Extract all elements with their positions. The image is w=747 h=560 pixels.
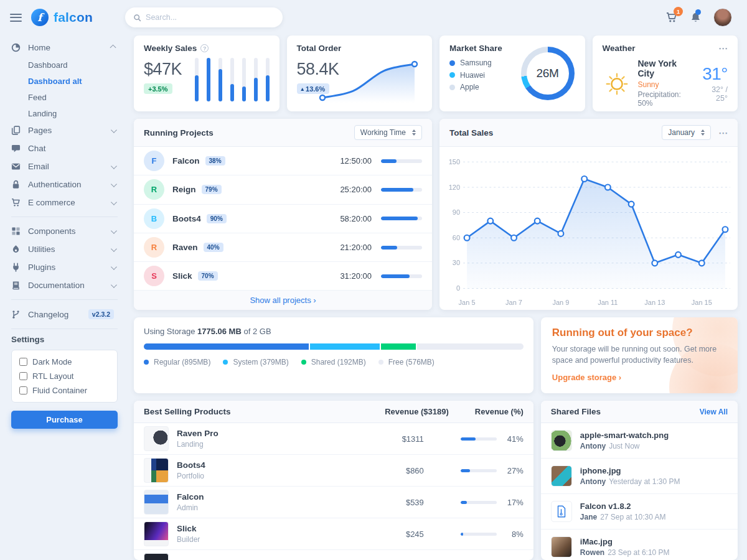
project-avatar: R (144, 237, 164, 258)
shared-file-row[interactable]: iMac.jpg Rowen23 Sep at 6:10 PM (541, 530, 738, 560)
legend-dot (378, 360, 383, 365)
weather-precipitation: Precipitation: 50% (638, 90, 693, 108)
legend-item: Regular (895MB) (144, 358, 210, 366)
sidebar-item-changelog[interactable]: Changelogv2.3.2 (11, 305, 118, 324)
month-select[interactable]: January (662, 125, 711, 140)
storage-used: 1775.06 MB (197, 327, 242, 336)
shared-file-row[interactable]: iphone.jpg AntonyYesterday at 1:30 PM (541, 459, 738, 494)
project-avatar: B (144, 208, 164, 229)
project-row[interactable]: R Reign 79% 25:20:00 (134, 175, 432, 204)
settings-panel: Dark Mode RTL Layout Fluid Container (11, 350, 118, 403)
sidebar-item-e-commerce[interactable]: E commerce (11, 194, 118, 212)
sidebar-item-components[interactable]: Components (11, 222, 118, 240)
total-sales-menu-icon[interactable]: ⋯ (718, 128, 728, 138)
rtl-layout-checkbox[interactable] (19, 372, 27, 380)
sidebar-item-pages[interactable]: Pages (11, 121, 118, 139)
sidebar-item-feed[interactable]: Feed (11, 89, 118, 105)
sidebar-item-label: Email (28, 162, 105, 171)
product-category: Admin (177, 503, 355, 512)
sidebar-item-dashboard[interactable]: Dashboard (11, 57, 118, 73)
weather-title: Weather (603, 44, 636, 53)
bar (207, 58, 210, 101)
running-projects-card: Running Projects Working Time F Falcon 3… (134, 119, 432, 310)
working-time-select[interactable]: Working Time (354, 125, 422, 140)
caret-up-icon: ▴ (301, 86, 304, 92)
svg-text:Jan 9: Jan 9 (552, 299, 569, 306)
svg-text:120: 120 (449, 183, 460, 190)
project-row[interactable]: F Falcon 38% 12:50:00 (134, 147, 432, 175)
bar-track (230, 58, 234, 101)
product-row[interactable]: Boots4 Portfolio $860 27% (134, 455, 533, 487)
sidebar-item-documentation[interactable]: Documentation (11, 276, 118, 294)
project-avatar: F (144, 151, 164, 171)
dark-mode-checkbox[interactable] (19, 358, 27, 366)
sidebar-item-dashboard-alt[interactable]: Dashboard alt (11, 73, 118, 89)
upgrade-description: Your storage will be running out soon. G… (552, 343, 721, 366)
sort-icon (701, 129, 705, 136)
weekly-sales-card: Weekly Sales? $47K +3.5% (134, 35, 280, 111)
upgrade-storage-link[interactable]: Upgrade storage › (552, 373, 621, 382)
project-row[interactable]: S Slick 70% 31:20:00 (134, 262, 432, 291)
sidebar-item-authentication[interactable]: Authentication (11, 175, 118, 194)
file-name: Falcon v1.8.2 (580, 502, 666, 511)
product-revenue: $245 (355, 530, 424, 539)
sidebar-item-label: Pages (28, 126, 105, 135)
product-thumbnail (144, 426, 169, 451)
revenue-pct-column-header: Revenue (%) (449, 407, 524, 416)
search-input[interactable] (146, 13, 275, 22)
svg-text:Jan 11: Jan 11 (598, 299, 618, 306)
hamburger-menu-icon[interactable] (10, 14, 22, 22)
notifications-button[interactable] (690, 12, 702, 24)
dark-mode-option[interactable]: Dark Mode (19, 357, 110, 366)
sidebar-item-chat[interactable]: Chat (11, 139, 118, 157)
storage-label: Using Storage (144, 327, 195, 336)
sidebar-item-email[interactable]: Email (11, 157, 118, 175)
branch-icon (11, 310, 21, 319)
weather-menu-icon[interactable]: ⋯ (718, 44, 728, 53)
purchase-button[interactable]: Purchase (11, 411, 118, 429)
sidebar-item-landing[interactable]: Landing (11, 105, 118, 121)
sidebar-item-home[interactable]: Home (11, 39, 118, 57)
project-row[interactable]: R Raven 40% 21:20:00 (134, 233, 432, 262)
storage-segment (310, 343, 380, 350)
revenue-progress-bar (461, 469, 497, 472)
lock-icon (11, 180, 21, 189)
legend-dot (301, 360, 306, 365)
project-percent-badge: 40% (204, 243, 223, 252)
show-all-projects-link[interactable]: Show all projects › (134, 291, 432, 310)
sidebar-item-plugins[interactable]: Plugins (11, 258, 118, 276)
legend-label: Apple (460, 83, 479, 91)
notification-dot-badge (695, 9, 701, 15)
legend-label: Samsung (460, 58, 492, 67)
product-row[interactable] (134, 550, 533, 560)
shared-file-row[interactable]: apple-smart-watch.png AntonyJust Now (541, 423, 738, 459)
sidebar-item-utilities[interactable]: Utilities (11, 240, 118, 258)
legend-label: Free (576MB) (388, 358, 435, 366)
fluid-container-option[interactable]: Fluid Container (19, 386, 110, 395)
project-row[interactable]: B Boots4 90% 58:20:00 (134, 205, 432, 233)
help-icon[interactable]: ? (200, 44, 209, 52)
product-category: Portfolio (177, 472, 355, 480)
cart-button[interactable]: 1 (665, 11, 678, 24)
pie-chart-icon (11, 43, 21, 52)
shared-file-row[interactable]: Falcon v1.8.2 Jane27 Sep at 10:30 AM (541, 494, 738, 530)
user-avatar[interactable] (713, 8, 732, 27)
brand-logo[interactable]: f falcon (31, 9, 93, 26)
best-selling-title: Best Selling Products (144, 407, 355, 416)
product-row[interactable]: Slick Builder $245 8% (134, 518, 533, 550)
search-bar[interactable] (125, 7, 283, 27)
rtl-layout-option[interactable]: RTL Layout (19, 371, 110, 381)
file-icon (555, 505, 568, 518)
product-row[interactable]: Falcon Admin $539 17% (134, 487, 533, 518)
sidebar-item-label: Documentation (28, 281, 105, 290)
utilities-icon (11, 245, 21, 254)
product-row[interactable]: Raven Pro Landing $1311 41% (134, 423, 533, 455)
svg-text:Jan 7: Jan 7 (505, 299, 522, 306)
storage-card: Using Storage 1775.06 MB of 2 GB Regular… (134, 317, 533, 393)
components-icon (11, 226, 21, 236)
sidebar-item-label: Changelog (28, 310, 82, 319)
fluid-container-checkbox[interactable] (19, 386, 27, 394)
sidebar: HomeDashboardDashboard altFeedLandingPag… (0, 35, 129, 560)
view-all-link[interactable]: View All (700, 408, 728, 416)
chevron-down-icon (111, 163, 116, 169)
